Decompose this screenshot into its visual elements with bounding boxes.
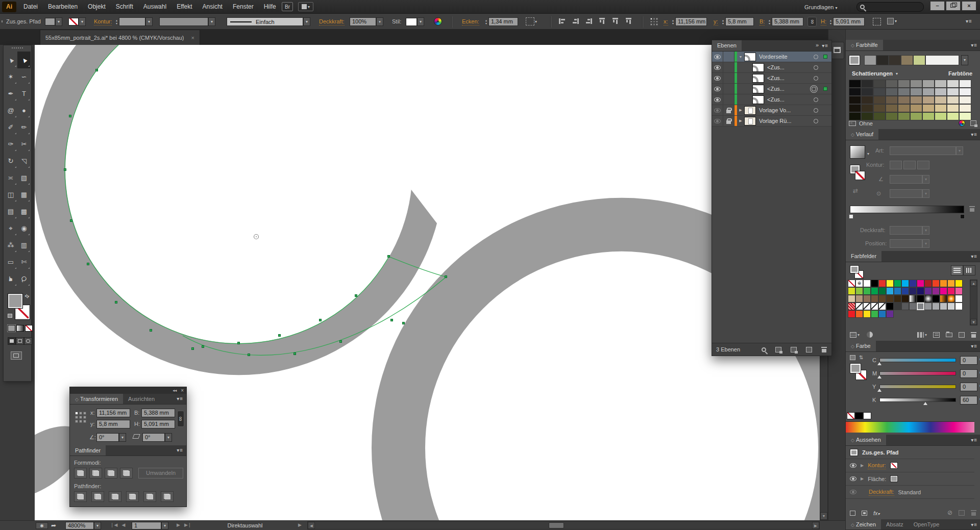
swatch[interactable] <box>849 112 861 120</box>
swatch[interactable] <box>959 104 971 112</box>
spectrum-bar[interactable] <box>846 421 974 433</box>
default-fill-stroke-icon[interactable] <box>8 314 12 318</box>
close-panel-icon[interactable]: × <box>181 388 184 393</box>
export-icon[interactable]: ➦ <box>51 522 56 529</box>
anchor-point[interactable] <box>387 255 390 258</box>
swatch[interactable] <box>849 96 861 104</box>
slider-thumb-m[interactable] <box>877 375 881 378</box>
width-field[interactable]: 5,388 mm <box>767 17 803 26</box>
slider-k[interactable] <box>879 398 956 402</box>
direct-selection-tool[interactable]: ▲ <box>17 52 31 68</box>
swatch[interactable] <box>848 295 855 302</box>
menu-ansicht[interactable]: Ansicht <box>198 0 228 14</box>
swatch[interactable] <box>871 302 878 310</box>
swatch[interactable] <box>849 104 861 112</box>
anchor-point[interactable] <box>278 334 281 337</box>
chevron-down-icon[interactable]: ▾ <box>867 152 869 156</box>
new-color-group-icon[interactable] <box>946 333 952 337</box>
panel-menu-icon[interactable] <box>822 40 831 51</box>
swatch-libraries-icon[interactable] <box>850 332 856 338</box>
swatch[interactable] <box>910 104 922 112</box>
gradient-slider[interactable] <box>850 206 964 213</box>
swatch[interactable] <box>889 55 901 65</box>
tab-verlauf[interactable]: ◇Verlauf <box>846 129 878 140</box>
layer-thumbnail[interactable] <box>744 117 756 125</box>
layer-thumbnail[interactable] <box>752 74 764 83</box>
shape-mode-unite-button[interactable] <box>74 468 87 478</box>
ecken-link[interactable]: Ecken: <box>462 18 479 26</box>
minimize-button[interactable]: – <box>930 1 945 11</box>
base-color-swatch[interactable] <box>849 55 860 65</box>
tab-pathfinder[interactable]: Pathfinder <box>70 445 106 456</box>
swatch[interactable] <box>909 280 917 287</box>
prev-artboard-icon[interactable]: ◀ <box>121 522 125 527</box>
swatch[interactable] <box>861 112 873 120</box>
save-to-swatches-icon[interactable] <box>970 120 976 126</box>
zoom-tool[interactable]: Q <box>17 270 31 287</box>
hand-tool[interactable]: ☛ <box>4 270 17 287</box>
swatch[interactable] <box>894 280 901 287</box>
stroke-gradient-across-button[interactable] <box>917 161 929 169</box>
draw-behind-icon[interactable] <box>18 339 22 343</box>
anchor-point[interactable] <box>69 115 71 117</box>
swatch[interactable] <box>886 287 894 295</box>
panel-menu-icon[interactable] <box>971 519 980 529</box>
spiral-tool[interactable]: @ <box>4 102 17 119</box>
swatch[interactable] <box>913 55 925 65</box>
b-link[interactable]: B: <box>760 18 765 26</box>
shear-field[interactable]: 0° <box>142 433 172 442</box>
anchor-point[interactable] <box>355 294 357 297</box>
panel-menu-icon[interactable] <box>971 435 980 445</box>
menu-hilfe[interactable]: Hilfe <box>259 0 281 14</box>
stroke-style-dropdown[interactable]: Einfach <box>227 17 310 26</box>
swatch[interactable] <box>932 302 940 310</box>
swatch[interactable] <box>955 295 963 302</box>
chevron-down-icon[interactable] <box>165 433 172 442</box>
stroke-color-dropdown[interactable] <box>68 17 86 26</box>
delete-layer-icon[interactable] <box>821 346 827 352</box>
eye-icon[interactable] <box>714 65 721 70</box>
swatch[interactable] <box>910 88 922 96</box>
h-link[interactable]: H: <box>821 18 826 26</box>
align-right-icon[interactable] <box>585 18 592 24</box>
menu-datei[interactable]: Datei <box>18 0 43 14</box>
workspace-switcher[interactable]: Grundlagen ▾ <box>804 4 838 10</box>
anchor-point[interactable] <box>248 354 250 356</box>
swatch[interactable] <box>947 96 959 104</box>
panel-grip[interactable] <box>2 20 3 22</box>
swap-icon[interactable]: ⇄ <box>859 355 864 359</box>
swatch[interactable] <box>947 104 959 112</box>
align-top-icon[interactable] <box>599 18 605 24</box>
paintbrush-tool[interactable]: ✐ <box>4 119 17 136</box>
tab-ebenen[interactable]: Ebenen <box>712 40 742 51</box>
fill-color-well[interactable] <box>8 293 23 309</box>
clear-appearance-icon[interactable]: ⊘ <box>947 509 952 516</box>
swatch[interactable] <box>878 310 886 318</box>
close-button[interactable]: × <box>962 1 976 11</box>
swatch[interactable] <box>873 88 886 96</box>
gradient-thumbnail[interactable] <box>850 145 865 159</box>
magic-wand-tool[interactable]: ✶ <box>4 68 17 85</box>
stop-position-dropdown[interactable] <box>890 239 929 248</box>
swatch[interactable] <box>848 302 855 310</box>
flyout-arrow-icon[interactable] <box>376 17 383 26</box>
swatch[interactable] <box>955 280 963 287</box>
anchor-point[interactable] <box>293 352 296 355</box>
anchor-point[interactable] <box>70 219 72 222</box>
mesh-tool[interactable]: ▤ <box>4 203 17 220</box>
first-artboard-icon[interactable]: ❘◀ <box>110 522 117 527</box>
value-m[interactable]: 0 <box>960 369 977 378</box>
pathfinder-divide-button[interactable] <box>74 491 87 502</box>
reference-point-grid[interactable] <box>650 18 658 26</box>
swatch[interactable] <box>924 280 932 287</box>
layer-row[interactable]: ▶Vorlage Vo... <box>712 105 831 116</box>
swatch[interactable] <box>947 80 959 88</box>
shape-builder-tool[interactable]: ◫ <box>4 186 17 203</box>
anchor-point[interactable] <box>237 342 240 344</box>
toolbar-grip[interactable] <box>12 47 23 48</box>
search-input[interactable] <box>856 2 924 12</box>
panel-menu-icon[interactable] <box>177 445 186 456</box>
swatch[interactable] <box>871 287 878 295</box>
scale-tool[interactable]: ◹ <box>17 153 31 169</box>
swatch[interactable] <box>940 302 947 310</box>
